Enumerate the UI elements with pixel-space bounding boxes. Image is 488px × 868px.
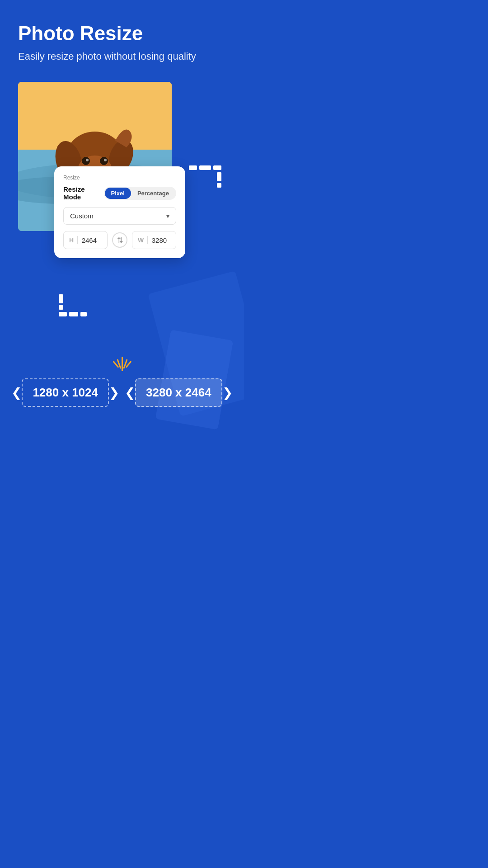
pixel-mode-button[interactable]: Pixel	[105, 188, 131, 199]
svg-point-9	[82, 157, 90, 165]
dog-photo: Resize Resize Mode Pixel Percentage Cust…	[18, 82, 172, 231]
width-label: W	[138, 236, 144, 244]
sparkle-indicator	[9, 357, 235, 371]
height-value: 2464	[82, 236, 97, 244]
resize-mode-title: Resize Mode	[63, 185, 104, 201]
before-resolution: ❮ 1280 x 1024 ❯	[11, 378, 119, 407]
height-input[interactable]: H 2464	[63, 231, 108, 249]
arrow-left-highlighted-icon: ❮	[125, 385, 135, 400]
input-separator-2	[147, 236, 148, 244]
corner-bracket-bottom-left	[59, 294, 87, 316]
corner-bracket-top-right	[189, 165, 221, 188]
svg-point-10	[100, 157, 108, 165]
svg-point-11	[86, 159, 89, 161]
height-label: H	[69, 236, 74, 244]
width-value: 3280	[152, 236, 167, 244]
image-section: Resize Resize Mode Pixel Percentage Cust…	[18, 82, 226, 231]
before-resolution-label: 1280 x 1024	[22, 378, 109, 407]
arrow-right-highlighted-icon: ❯	[222, 385, 233, 400]
page-subtitle: Easily resize photo without losing quali…	[18, 50, 226, 64]
dimensions-row: H 2464 ⇅ W 3280	[63, 231, 176, 249]
mode-toggle[interactable]: Pixel Percentage	[104, 187, 176, 200]
bottom-section: ❮ 1280 x 1024 ❯ ❮ 3280 x 2464 ❯	[0, 357, 244, 407]
width-input[interactable]: W 3280	[132, 231, 176, 249]
percentage-mode-button[interactable]: Percentage	[131, 188, 175, 199]
resolution-comparison: ❮ 1280 x 1024 ❯ ❮ 3280 x 2464 ❯	[9, 378, 235, 407]
link-dimensions-button[interactable]: ⇅	[112, 232, 127, 248]
resize-mode-row: Resize Mode Pixel Percentage	[63, 185, 176, 201]
svg-point-12	[104, 159, 107, 161]
arrow-right-icon: ❯	[109, 385, 119, 400]
input-separator	[77, 236, 78, 244]
dropdown-value: Custom	[70, 212, 94, 220]
chevron-down-icon: ▾	[166, 212, 169, 220]
after-resolution-label: 3280 x 2464	[135, 378, 222, 407]
dropdown-row: Custom ▾	[63, 207, 176, 225]
resize-label: Resize	[63, 175, 176, 181]
page-title: Photo Resize	[18, 23, 226, 44]
resize-card: Resize Resize Mode Pixel Percentage Cust…	[54, 166, 185, 258]
resize-mode-dropdown[interactable]: Custom ▾	[63, 207, 176, 225]
arrow-left-icon: ❮	[11, 385, 22, 400]
after-resolution: ❮ 3280 x 2464 ❯	[125, 378, 233, 407]
